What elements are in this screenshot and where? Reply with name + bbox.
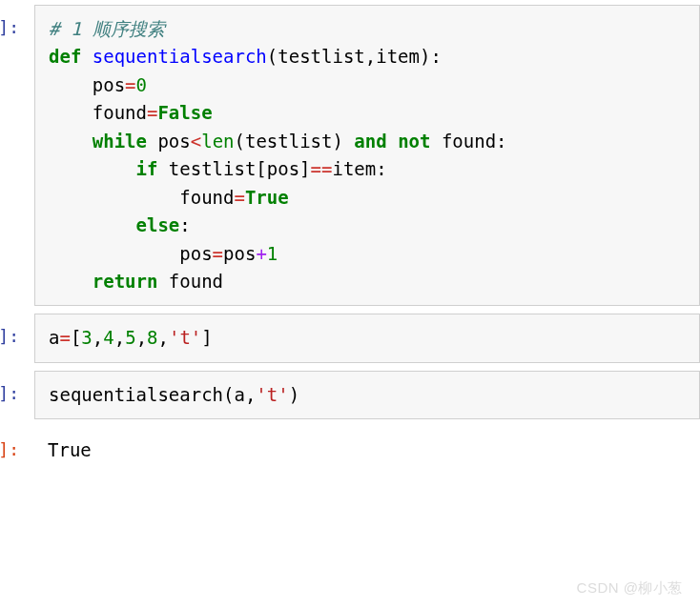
input-area-2[interactable]: a=[3,4,5,8,'t'] — [34, 314, 700, 362]
input-prompt-2: ]: — [0, 314, 25, 362]
input-prompt-1: ]: — [0, 5, 25, 306]
output-area-4: True — [34, 427, 700, 474]
code-cell-1: ]: # 1 顺序搜索 def sequentialsearch(testlis… — [0, 5, 700, 306]
input-area-3[interactable]: sequentialsearch(a,'t') — [34, 371, 700, 419]
input-prompt-3: ]: — [0, 371, 25, 419]
code-cell-2: ]: a=[3,4,5,8,'t'] — [0, 314, 700, 362]
output-content-4: True — [48, 436, 687, 464]
code-content-2: a=[3,4,5,8,'t'] — [49, 324, 686, 352]
output-prompt-4: ]: — [0, 427, 25, 474]
code-content-3: sequentialsearch(a,'t') — [49, 381, 686, 409]
code-cell-3: ]: sequentialsearch(a,'t') — [0, 371, 700, 419]
output-cell-4: ]: True — [0, 427, 700, 474]
code-content-1: # 1 顺序搜索 def sequentialsearch(testlist,i… — [49, 15, 686, 295]
input-area-1[interactable]: # 1 顺序搜索 def sequentialsearch(testlist,i… — [34, 5, 700, 306]
